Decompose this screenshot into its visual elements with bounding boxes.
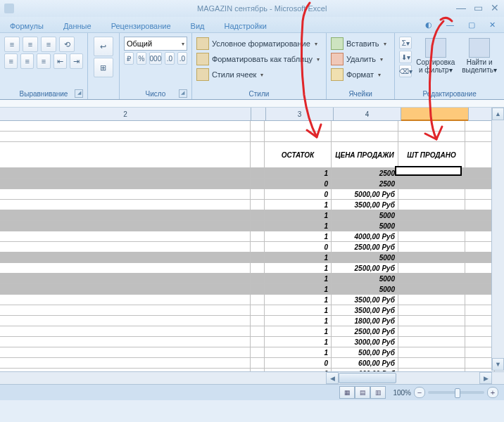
cell-price[interactable]: 3500,00 Руб xyxy=(332,200,398,210)
cell-sold[interactable] xyxy=(398,369,465,371)
scroll-up-button[interactable]: ▲ xyxy=(492,108,504,120)
format-cells-button[interactable]: Формат▾ xyxy=(331,68,390,82)
minimize-button[interactable]: — xyxy=(456,3,466,13)
cell-sold[interactable] xyxy=(398,189,465,199)
cell-price[interactable]: 1800,00 Руб xyxy=(332,316,398,326)
doc-close-button[interactable]: ✕ xyxy=(485,18,500,32)
cell-sold[interactable] xyxy=(398,284,465,294)
autosum-button[interactable]: Σ▾ xyxy=(399,37,412,49)
table-row[interactable]: 15000 xyxy=(0,221,504,231)
cell-sold[interactable] xyxy=(398,274,465,283)
table-row[interactable]: 12500,00 Руб xyxy=(0,326,504,337)
col-header-5-selected[interactable] xyxy=(401,108,469,120)
col-header-2[interactable]: 2 xyxy=(0,108,251,120)
cell-ostatok[interactable]: 0 xyxy=(265,189,332,199)
scroll-down-button[interactable]: ▼ xyxy=(492,358,504,371)
cell-sold[interactable] xyxy=(398,231,465,241)
cell-ostatok[interactable]: 0 xyxy=(265,369,332,371)
doc-restore-button[interactable]: ▢ xyxy=(464,18,479,32)
align-bottom-button[interactable]: ≡ xyxy=(41,37,56,52)
insert-cells-button[interactable]: Вставить▾ xyxy=(331,37,390,51)
maximize-button[interactable]: ▭ xyxy=(473,3,483,13)
cell-sold[interactable] xyxy=(398,210,465,220)
view-page-layout-button[interactable]: ▤ xyxy=(355,386,370,399)
merge-cells-button[interactable]: ⊞ xyxy=(94,58,113,77)
table-row[interactable]: 13000,00 Руб xyxy=(0,337,504,347)
cell-price[interactable]: 5000 xyxy=(332,274,398,283)
hscroll-thumb[interactable] xyxy=(339,373,396,383)
view-normal-button[interactable]: ▦ xyxy=(339,386,355,399)
decrease-decimal-button[interactable]: .0 xyxy=(177,52,187,65)
table-row[interactable]: 15000 xyxy=(0,284,504,295)
help-icon[interactable]: ◐ xyxy=(421,18,436,32)
currency-button[interactable]: ₽ xyxy=(124,52,134,65)
cell-price[interactable]: 2500 xyxy=(332,168,398,178)
zoom-slider-knob[interactable] xyxy=(455,388,460,398)
table-row[interactable]: 02500 xyxy=(0,179,504,189)
cell-sold[interactable] xyxy=(398,179,465,188)
cell-sold[interactable] xyxy=(398,263,465,273)
cell-ostatok[interactable]: 1 xyxy=(265,168,332,178)
cell-ostatok[interactable]: 1 xyxy=(265,284,332,294)
cell-price[interactable]: 2500,00 Руб xyxy=(332,326,398,336)
cell-ostatok[interactable]: 1 xyxy=(265,231,332,241)
cell-ostatok[interactable]: 1 xyxy=(265,305,332,315)
cell-price[interactable]: 3000,00 Руб xyxy=(332,337,398,347)
cell-sold[interactable] xyxy=(398,316,465,326)
table-row[interactable]: 13500,00 Руб xyxy=(0,305,504,316)
percent-button[interactable]: % xyxy=(137,52,146,65)
table-row[interactable]: 02500,00 Руб xyxy=(0,242,504,252)
tab-view[interactable]: Вид xyxy=(187,20,209,32)
tab-addins[interactable]: Надстройки xyxy=(220,20,270,32)
cell-price[interactable]: 5000 xyxy=(332,252,398,262)
col-header-4[interactable]: 4 xyxy=(334,108,401,120)
cell-sold[interactable] xyxy=(398,347,465,357)
active-cell-cursor[interactable] xyxy=(395,166,462,176)
cell-price[interactable]: 5000 xyxy=(332,210,398,220)
cell-sold[interactable] xyxy=(398,252,465,262)
cell-price[interactable]: 5000,00 Руб xyxy=(332,189,398,199)
vscroll-track[interactable] xyxy=(492,120,504,359)
delete-cells-button[interactable]: Удалить▾ xyxy=(331,52,390,66)
scroll-right-button[interactable]: ▶ xyxy=(479,372,492,384)
table-row[interactable]: 05000,00 Руб xyxy=(0,189,504,200)
close-button[interactable]: ✕ xyxy=(490,3,500,13)
zoom-level[interactable]: 100% xyxy=(393,389,411,397)
align-middle-button[interactable]: ≡ xyxy=(23,37,38,52)
indent-inc-button[interactable]: ⇥ xyxy=(70,53,83,69)
cell-price[interactable]: 600,00 Руб xyxy=(332,358,398,368)
align-center-button[interactable]: ≡ xyxy=(20,53,34,69)
increase-decimal-button[interactable]: .0 xyxy=(165,52,175,65)
table-row[interactable]: 15000 xyxy=(0,252,504,263)
cell-sold[interactable] xyxy=(398,221,465,231)
cell-price[interactable]: 3500,00 Руб xyxy=(332,305,398,315)
cell-ostatok[interactable]: 1 xyxy=(265,337,332,347)
cell-ostatok[interactable]: 1 xyxy=(265,221,332,231)
view-page-break-button[interactable]: ▥ xyxy=(370,386,386,399)
table-row[interactable]: 12500,00 Руб xyxy=(0,263,504,274)
table-row[interactable]: 13500,00 Руб xyxy=(0,200,504,210)
vertical-scrollbar[interactable]: ▲ ▼ xyxy=(491,108,504,371)
zoom-out-button[interactable]: − xyxy=(414,387,425,398)
cells-grid[interactable]: ОСТАТОК ЦЕНА ПРОДАЖИ ШТ ПРОДАНО 12500025… xyxy=(0,121,504,371)
cell-price[interactable]: 3500,00 Руб xyxy=(332,295,398,305)
zoom-slider[interactable] xyxy=(428,391,484,394)
cell-ostatok[interactable]: 1 xyxy=(265,274,332,283)
cell-sold[interactable] xyxy=(398,337,465,347)
sort-filter-button[interactable]: Сортировкаи фильтр▾ xyxy=(413,37,458,89)
doc-minimize-button[interactable]: — xyxy=(442,18,458,32)
col-header-3[interactable]: 3 xyxy=(266,108,334,120)
alignment-dialog-launcher[interactable]: ◢ xyxy=(75,89,83,98)
align-right-button[interactable]: ≡ xyxy=(37,53,50,69)
cell-sold[interactable] xyxy=(398,242,465,252)
zoom-in-button[interactable]: + xyxy=(487,387,498,398)
cell-ostatok[interactable]: 1 xyxy=(265,263,332,273)
table-row[interactable]: 15000 xyxy=(0,210,504,221)
table-row[interactable]: 13500,00 Руб xyxy=(0,295,504,305)
cell-ostatok[interactable]: 1 xyxy=(265,347,332,357)
cell-ostatok[interactable]: 1 xyxy=(265,316,332,326)
cell-price[interactable]: 600,00 Руб xyxy=(332,369,398,371)
cell-ostatok[interactable]: 1 xyxy=(265,210,332,220)
number-dialog-launcher[interactable]: ◢ xyxy=(179,89,187,98)
tab-review[interactable]: Рецензирование xyxy=(107,20,175,32)
